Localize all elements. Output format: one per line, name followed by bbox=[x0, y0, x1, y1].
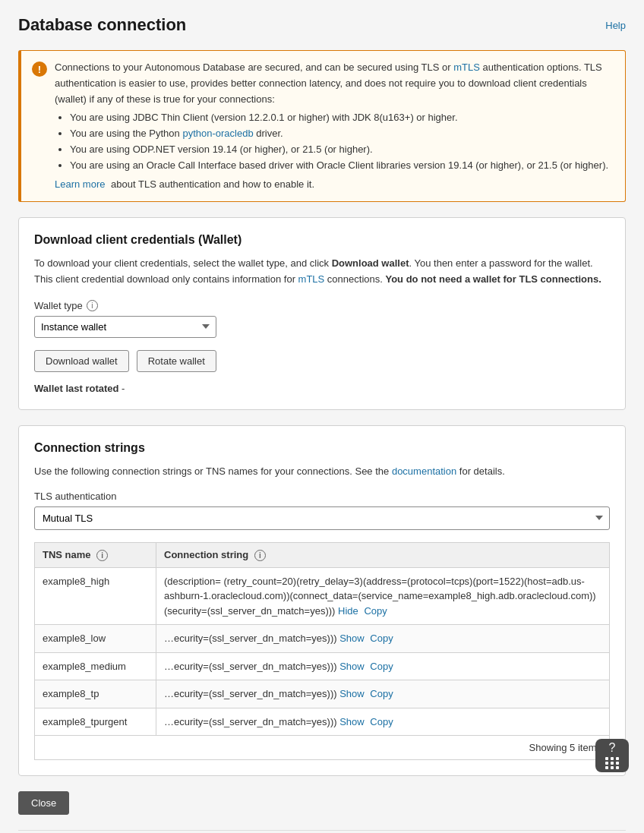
warning-item: You are using the Python python-oracledb… bbox=[70, 126, 614, 142]
conn-desc-text2: for details. bbox=[456, 465, 505, 477]
page-title: Database connection bbox=[18, 15, 186, 35]
connection-strings-title: Connection strings bbox=[34, 441, 610, 455]
wallet-type-select[interactable]: Instance wallet Regional wallet bbox=[34, 316, 216, 338]
wallet-rotated-label: Wallet last rotated bbox=[34, 383, 118, 394]
wallet-type-info-icon[interactable]: i bbox=[87, 300, 98, 311]
showing-items: Showing 5 items bbox=[34, 736, 610, 760]
learn-more-link[interactable]: Learn more bbox=[55, 178, 105, 190]
conn-string-cell: …ecurity=(ssl_server_dn_match=yes))) Sho… bbox=[156, 680, 610, 708]
connection-strings-card: Connection strings Use the following con… bbox=[18, 425, 626, 776]
download-wallet-button[interactable]: Download wallet bbox=[34, 350, 129, 372]
tns-name-cell: example8_low bbox=[35, 625, 156, 653]
tns-name-cell: example8_high bbox=[35, 567, 156, 625]
copy-link[interactable]: Copy bbox=[370, 688, 393, 699]
python-link[interactable]: python-oracledb bbox=[182, 128, 253, 139]
col-conn-string-header: Connection string i bbox=[156, 542, 610, 567]
help-widget[interactable]: ? bbox=[595, 739, 629, 772]
conn-string-cell: …ecurity=(ssl_server_dn_match=yes))) Sho… bbox=[156, 708, 610, 736]
copy-link[interactable]: Copy bbox=[370, 661, 393, 672]
conn-string-text: …ecurity=(ssl_server_dn_match=yes))) bbox=[164, 688, 337, 699]
tns-name-cell: example8_tpurgent bbox=[35, 708, 156, 736]
warning-icon: ! bbox=[32, 62, 47, 77]
close-button[interactable]: Close bbox=[18, 791, 69, 815]
dot bbox=[605, 762, 608, 765]
table-row: example8_high (description= (retry_count… bbox=[35, 567, 610, 625]
tls-auth-label: TLS authentication bbox=[34, 491, 610, 502]
warning-intro-text: Connections to your Autonomous Database … bbox=[55, 62, 602, 105]
tls-auth-select[interactable]: Mutual TLS TLS bbox=[34, 506, 610, 530]
warning-item: You are using ODP.NET version 19.14 (or … bbox=[70, 142, 614, 158]
warning-list: You are using JDBC Thin Client (version … bbox=[70, 110, 614, 173]
wallet-card: Download client credentials (Wallet) To … bbox=[18, 217, 626, 410]
table-row: example8_low …ecurity=(ssl_server_dn_mat… bbox=[35, 625, 610, 653]
conn-string-text: …ecurity=(ssl_server_dn_match=yes))) bbox=[164, 661, 337, 672]
help-link[interactable]: Help bbox=[605, 20, 626, 31]
table-row: example8_tpurgent …ecurity=(ssl_server_d… bbox=[35, 708, 610, 736]
conn-string-cell: (description= (retry_count=20)(retry_del… bbox=[156, 567, 610, 625]
tns-name-info-icon[interactable]: i bbox=[96, 550, 108, 561]
rotate-wallet-button[interactable]: Rotate wallet bbox=[137, 350, 216, 372]
conn-string-cell: …ecurity=(ssl_server_dn_match=yes))) Sho… bbox=[156, 652, 610, 680]
wallet-desc-bold2: You do not need a wallet for TLS connect… bbox=[385, 273, 601, 285]
page-container: Database connection Help ! Connections t… bbox=[0, 0, 644, 833]
copy-link[interactable]: Copy bbox=[364, 605, 387, 617]
col-tns-name-header: TNS name i bbox=[35, 542, 156, 567]
mtls-link[interactable]: mTLS bbox=[453, 62, 480, 73]
wallet-type-label: Wallet type i bbox=[34, 300, 610, 311]
wallet-card-title: Download client credentials (Wallet) bbox=[34, 233, 610, 247]
dot bbox=[605, 757, 608, 760]
dot bbox=[611, 762, 614, 765]
help-widget-icon: ? bbox=[609, 742, 616, 754]
show-link[interactable]: Show bbox=[339, 716, 365, 727]
wallet-actions: Download wallet Rotate wallet bbox=[34, 350, 610, 372]
tns-name-cell: example8_tp bbox=[35, 680, 156, 708]
dot bbox=[616, 766, 619, 769]
page-header: Database connection Help bbox=[18, 15, 626, 35]
conn-string-info-icon[interactable]: i bbox=[254, 550, 266, 561]
warning-banner: ! Connections to your Autonomous Databas… bbox=[18, 50, 626, 202]
wallet-desc-text1: To download your client credentials, sel… bbox=[34, 257, 332, 269]
wallet-description: To download your client credentials, sel… bbox=[34, 256, 610, 288]
warning-item: You are using JDBC Thin Client (version … bbox=[70, 110, 614, 126]
dot bbox=[611, 757, 614, 760]
warning-item: You are using an Oracle Call Interface b… bbox=[70, 158, 614, 174]
dot bbox=[616, 757, 619, 760]
show-link[interactable]: Show bbox=[339, 633, 365, 644]
dot bbox=[616, 762, 619, 765]
dot bbox=[611, 766, 614, 769]
page-footer: Copyright © 2024, Oracle and/or its affi… bbox=[18, 830, 626, 833]
hide-link[interactable]: Hide bbox=[338, 605, 358, 617]
table-header-row: TNS name i Connection string i bbox=[35, 542, 610, 567]
table-body: example8_high (description= (retry_count… bbox=[35, 567, 610, 736]
close-section: Close bbox=[18, 791, 626, 815]
wallet-rotated-value: - bbox=[118, 383, 125, 394]
copy-link[interactable]: Copy bbox=[370, 633, 393, 644]
mtls-link2[interactable]: mTLS bbox=[298, 273, 325, 285]
conn-string-text: …ecurity=(ssl_server_dn_match=yes))) bbox=[164, 633, 337, 644]
conn-desc-text1: Use the following connection strings or … bbox=[34, 465, 392, 477]
show-link[interactable]: Show bbox=[339, 688, 365, 699]
warning-content: Connections to your Autonomous Database … bbox=[55, 60, 614, 192]
wallet-rotated: Wallet last rotated - bbox=[34, 383, 610, 394]
conn-string-cell: …ecurity=(ssl_server_dn_match=yes))) Sho… bbox=[156, 625, 610, 653]
dot bbox=[605, 766, 608, 769]
table-row: example8_medium …ecurity=(ssl_server_dn_… bbox=[35, 652, 610, 680]
tns-name-cell: example8_medium bbox=[35, 652, 156, 680]
learn-more-suffix: about TLS authentication and how to enab… bbox=[108, 178, 314, 190]
table-row: example8_tp …ecurity=(ssl_server_dn_matc… bbox=[35, 680, 610, 708]
help-widget-dots bbox=[605, 757, 620, 769]
conn-description: Use the following connection strings or … bbox=[34, 464, 610, 480]
documentation-link[interactable]: documentation bbox=[392, 465, 456, 477]
wallet-desc-bold: Download wallet bbox=[332, 257, 409, 269]
conn-string-text: …ecurity=(ssl_server_dn_match=yes))) bbox=[164, 716, 337, 727]
show-link[interactable]: Show bbox=[339, 661, 365, 672]
connection-strings-table: TNS name i Connection string i example8_… bbox=[34, 542, 610, 737]
copy-link[interactable]: Copy bbox=[370, 716, 393, 727]
